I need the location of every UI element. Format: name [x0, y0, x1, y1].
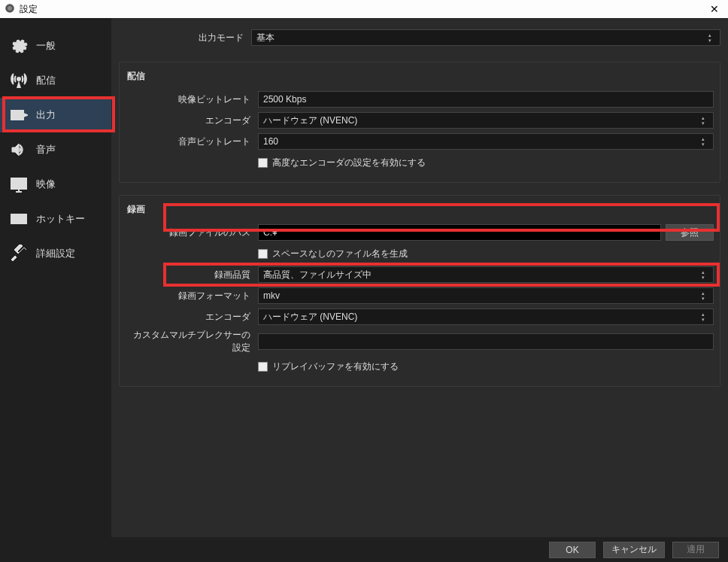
- output-mode-value: 基本: [256, 32, 275, 44]
- muxer-input[interactable]: [258, 333, 714, 350]
- record-format-value: mkv: [263, 290, 280, 301]
- stream-encoder-value: ハードウェア (NVENC): [263, 114, 357, 127]
- nospace-filename-checkbox[interactable]: スペースなしのファイル名を生成: [258, 248, 408, 260]
- muxer-label: カスタムマルチプレクサーの設定: [126, 329, 258, 354]
- cancel-button[interactable]: キャンセル: [603, 542, 665, 558]
- output-icon: [9, 105, 29, 125]
- speaker-icon: [9, 140, 29, 159]
- svg-point-1: [8, 6, 12, 11]
- advanced-encoder-checkbox[interactable]: 高度なエンコーダの設定を有効にする: [258, 156, 426, 169]
- record-format-label: 録画フォーマット: [126, 290, 258, 302]
- chevron-updown-icon: [698, 115, 708, 126]
- svg-point-2: [17, 77, 20, 81]
- record-path-input[interactable]: C:¥: [258, 224, 661, 241]
- sidebar-item-stream[interactable]: 配信: [0, 63, 111, 98]
- gear-icon: [9, 36, 29, 56]
- record-encoder-label: エンコーダ: [126, 311, 258, 324]
- stream-group-title: 配信: [126, 70, 714, 83]
- chevron-updown-icon: [698, 311, 708, 322]
- keyboard-icon: [9, 209, 29, 229]
- replay-buffer-label: リプレイバッファを有効にする: [272, 360, 399, 373]
- sidebar-item-label: 一般: [36, 39, 56, 53]
- apply-button[interactable]: 適用: [672, 542, 719, 558]
- chevron-updown-icon: [698, 269, 708, 280]
- sidebar-item-label: 詳細設定: [36, 247, 75, 260]
- checkbox-icon: [258, 362, 268, 372]
- dialog-footer: OK キャンセル 適用: [0, 537, 728, 562]
- record-quality-value: 高品質、ファイルサイズ中: [263, 269, 372, 281]
- browse-label: 参照: [681, 226, 699, 239]
- replay-buffer-checkbox[interactable]: リプレイバッファを有効にする: [258, 360, 399, 373]
- record-encoder-value: ハードウェア (NVENC): [263, 311, 357, 324]
- checkbox-icon: [258, 249, 268, 259]
- advanced-encoder-label: 高度なエンコーダの設定を有効にする: [272, 156, 426, 169]
- sidebar-item-hotkeys[interactable]: ホットキー: [0, 202, 111, 236]
- svg-rect-4: [11, 178, 26, 189]
- sidebar-item-label: 音声: [36, 143, 56, 156]
- chevron-updown-icon: [705, 32, 715, 43]
- sidebar-item-output[interactable]: 出力: [0, 98, 111, 132]
- antenna-icon: [9, 71, 29, 90]
- record-quality-label: 録画品質: [126, 269, 258, 281]
- video-bitrate-label: 映像ビットレート: [126, 93, 258, 106]
- sidebar-item-video[interactable]: 映像: [0, 167, 111, 202]
- record-group-title: 録画: [126, 203, 714, 216]
- svg-rect-3: [11, 111, 23, 120]
- audio-bitrate-value: 160: [263, 136, 278, 147]
- output-mode-select[interactable]: 基本: [251, 29, 720, 46]
- chevron-updown-icon: [698, 136, 708, 147]
- output-mode-row: 出力モード 基本: [119, 29, 720, 47]
- sidebar: 一般 配信 出力 音声 映像: [0, 18, 111, 537]
- chevron-updown-icon: [698, 290, 708, 301]
- sidebar-item-label: 映像: [36, 178, 56, 191]
- sidebar-item-label: 出力: [36, 108, 56, 122]
- browse-button[interactable]: 参照: [666, 224, 714, 241]
- stream-encoder-label: エンコーダ: [126, 114, 258, 127]
- sidebar-item-label: 配信: [36, 74, 56, 87]
- app-icon: [5, 3, 15, 16]
- output-mode-label: 出力モード: [119, 32, 251, 44]
- nospace-filename-label: スペースなしのファイル名を生成: [272, 248, 408, 260]
- record-format-select[interactable]: mkv: [258, 287, 714, 304]
- record-path-value: C:¥: [263, 227, 278, 238]
- record-path-label: 録画ファイルのパス: [126, 226, 258, 239]
- sidebar-item-general[interactable]: 一般: [0, 29, 111, 63]
- stream-encoder-select[interactable]: ハードウェア (NVENC): [258, 112, 714, 129]
- sidebar-item-advanced[interactable]: 詳細設定: [0, 236, 111, 271]
- sidebar-item-label: ホットキー: [36, 212, 85, 226]
- close-button[interactable]: ✕: [705, 3, 723, 15]
- record-group: 録画 録画ファイルのパス C:¥ 参照 スペースなしのファ: [119, 195, 720, 387]
- video-bitrate-input[interactable]: 2500 Kbps: [258, 91, 714, 108]
- titlebar: 設定 ✕: [0, 0, 728, 18]
- video-bitrate-value: 2500 Kbps: [263, 94, 306, 105]
- stream-group: 配信 映像ビットレート 2500 Kbps エンコーダ ハードウェア (NVEN…: [119, 62, 720, 183]
- checkbox-icon: [258, 158, 268, 168]
- sidebar-item-audio[interactable]: 音声: [0, 132, 111, 167]
- record-encoder-select[interactable]: ハードウェア (NVENC): [258, 308, 714, 325]
- settings-content: 出力モード 基本 配信 映像ビットレート 2500 Kbps: [111, 18, 728, 537]
- audio-bitrate-select[interactable]: 160: [258, 133, 714, 150]
- record-quality-select[interactable]: 高品質、ファイルサイズ中: [258, 266, 714, 283]
- monitor-icon: [9, 175, 29, 194]
- window-title: 設定: [20, 3, 38, 16]
- audio-bitrate-label: 音声ビットレート: [126, 135, 258, 148]
- tools-icon: [9, 244, 29, 263]
- ok-button[interactable]: OK: [549, 542, 596, 558]
